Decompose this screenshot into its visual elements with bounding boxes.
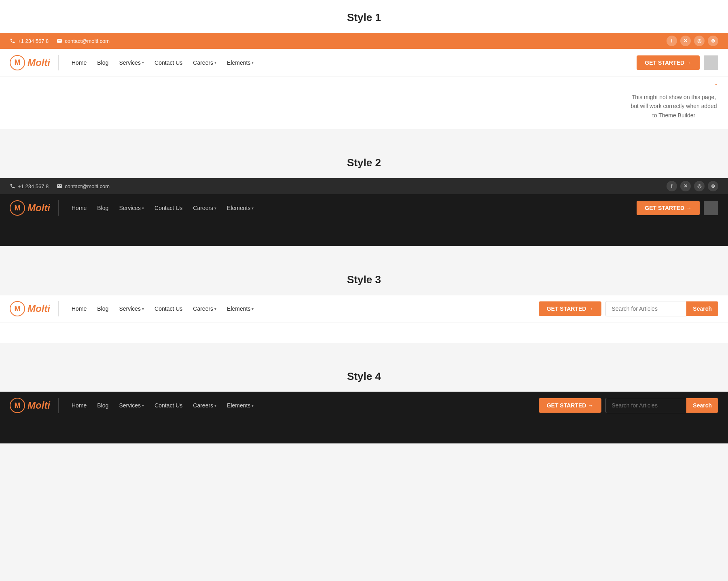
- logo-icon: M: [10, 200, 25, 216]
- style4-nav: M Molti Home Blog Services ▾ Contact Us …: [0, 392, 728, 419]
- instagram-icon[interactable]: ◎: [694, 181, 705, 191]
- search-bar: Search: [605, 301, 718, 316]
- logo-icon: M: [10, 301, 25, 316]
- nav-services[interactable]: Services ▾: [114, 56, 149, 69]
- email-icon: [57, 38, 62, 44]
- nav-blog[interactable]: Blog: [92, 201, 113, 214]
- nav-services[interactable]: Services ▾: [114, 201, 149, 214]
- note-text: This might not show on this page, but wi…: [629, 93, 718, 120]
- logo-text: Molti: [28, 57, 50, 68]
- style1-title: Style 1: [0, 0, 728, 33]
- phone-info: +1 234 567 8: [10, 38, 49, 44]
- chevron-down-icon: ▾: [142, 206, 144, 210]
- chevron-down-icon: ▾: [252, 307, 254, 311]
- menu-square-button[interactable]: [704, 201, 718, 215]
- search-bar: Search: [605, 398, 718, 413]
- style4-title: Style 4: [0, 359, 728, 392]
- nav-elements[interactable]: Elements ▾: [222, 56, 258, 69]
- style2-title: Style 2: [0, 145, 728, 178]
- nav-careers[interactable]: Careers ▾: [188, 56, 221, 69]
- chevron-down-icon: ▾: [252, 206, 254, 210]
- style1-topbar: +1 234 567 8 contact@molti.com f ✕ ◎ ⊛: [0, 33, 728, 49]
- search-button[interactable]: Search: [686, 301, 718, 316]
- logo-text: Molti: [28, 202, 50, 214]
- nav-services[interactable]: Services ▾: [114, 399, 149, 412]
- logo[interactable]: M Molti: [10, 200, 59, 216]
- spacer3: [0, 343, 728, 359]
- logo[interactable]: M Molti: [10, 301, 59, 316]
- logo-icon: M: [10, 55, 25, 70]
- facebook-icon[interactable]: f: [667, 181, 677, 191]
- style1-section: Style 1 +1 234 567 8 contact@molti.com f…: [0, 0, 728, 129]
- nav-home[interactable]: Home: [67, 302, 91, 315]
- nav-home[interactable]: Home: [67, 201, 91, 214]
- nav-careers[interactable]: Careers ▾: [188, 399, 221, 412]
- style3-section: Style 3 M Molti Home Blog Services ▾ Con…: [0, 262, 728, 343]
- style2-bottom-space: [0, 222, 728, 246]
- nav-contact[interactable]: Contact Us: [150, 399, 187, 412]
- nav-services[interactable]: Services ▾: [114, 302, 149, 315]
- email-info: contact@molti.com: [57, 38, 110, 44]
- chevron-down-icon: ▾: [252, 60, 254, 65]
- get-started-button[interactable]: GET STARTED →: [539, 301, 602, 316]
- email-info: contact@molti.com: [57, 183, 110, 189]
- facebook-icon[interactable]: f: [667, 36, 677, 46]
- nav-contact[interactable]: Contact Us: [150, 56, 187, 69]
- dribbble-icon[interactable]: ⊛: [708, 36, 718, 46]
- twitter-icon[interactable]: ✕: [680, 36, 691, 46]
- chevron-down-icon: ▾: [142, 307, 144, 311]
- chevron-down-icon: ▾: [142, 403, 144, 408]
- instagram-icon[interactable]: ◎: [694, 36, 705, 46]
- style4-section: Style 4 M Molti Home Blog Services ▾ Con…: [0, 359, 728, 443]
- spacer2: [0, 246, 728, 262]
- logo-text: Molti: [28, 303, 50, 314]
- spacer1: [0, 129, 728, 145]
- nav-home[interactable]: Home: [67, 399, 91, 412]
- nav-blog[interactable]: Blog: [92, 399, 113, 412]
- search-button[interactable]: Search: [686, 398, 718, 413]
- style3-nav: M Molti Home Blog Services ▾ Contact Us …: [0, 295, 728, 322]
- chevron-down-icon: ▾: [252, 403, 254, 408]
- nav-blog[interactable]: Blog: [92, 302, 113, 315]
- style2-section: Style 2 +1 234 567 8 contact@molti.com f…: [0, 145, 728, 246]
- twitter-icon[interactable]: ✕: [680, 181, 691, 191]
- nav-blog[interactable]: Blog: [92, 56, 113, 69]
- search-input[interactable]: [605, 398, 686, 413]
- nav-contact[interactable]: Contact Us: [150, 201, 187, 214]
- nav-careers[interactable]: Careers ▾: [188, 302, 221, 315]
- chevron-down-icon: ▾: [214, 403, 216, 408]
- logo-icon: M: [10, 398, 25, 413]
- logo[interactable]: M Molti: [10, 55, 59, 70]
- search-input[interactable]: [605, 301, 686, 316]
- chevron-down-icon: ▾: [214, 60, 216, 65]
- chevron-down-icon: ▾: [142, 60, 144, 65]
- email-icon: [57, 183, 62, 189]
- spacer4: [0, 443, 728, 460]
- phone-info: +1 234 567 8: [10, 183, 49, 189]
- logo[interactable]: M Molti: [10, 398, 59, 413]
- nav-elements[interactable]: Elements ▾: [222, 302, 258, 315]
- style4-bottom-space: [0, 419, 728, 443]
- nav-contact[interactable]: Contact Us: [150, 302, 187, 315]
- menu-square-button[interactable]: [704, 55, 718, 70]
- get-started-button[interactable]: GET STARTED →: [637, 201, 700, 215]
- nav-elements[interactable]: Elements ▾: [222, 201, 258, 214]
- get-started-button[interactable]: GET STARTED →: [539, 398, 602, 413]
- chevron-down-icon: ▾: [214, 206, 216, 210]
- dribbble-icon[interactable]: ⊛: [708, 181, 718, 191]
- phone-icon: [10, 38, 15, 44]
- logo-text: Molti: [28, 400, 50, 411]
- style2-topbar: +1 234 567 8 contact@molti.com f ✕ ◎ ⊛: [0, 178, 728, 194]
- style2-nav: M Molti Home Blog Services ▾ Contact Us …: [0, 194, 728, 222]
- style3-title: Style 3: [0, 262, 728, 295]
- get-started-button[interactable]: GET STARTED →: [637, 55, 700, 70]
- chevron-down-icon: ▾: [214, 307, 216, 311]
- nav-careers[interactable]: Careers ▾: [188, 201, 221, 214]
- style3-bottom-space: [0, 322, 728, 343]
- up-arrow-icon: ↑: [714, 81, 718, 91]
- phone-icon: [10, 183, 15, 189]
- nav-elements[interactable]: Elements ▾: [222, 399, 258, 412]
- nav-home[interactable]: Home: [67, 56, 91, 69]
- note-area: ↑ This might not show on this page, but …: [0, 76, 728, 129]
- style1-nav: M Molti Home Blog Services ▾ Contact Us …: [0, 49, 728, 76]
